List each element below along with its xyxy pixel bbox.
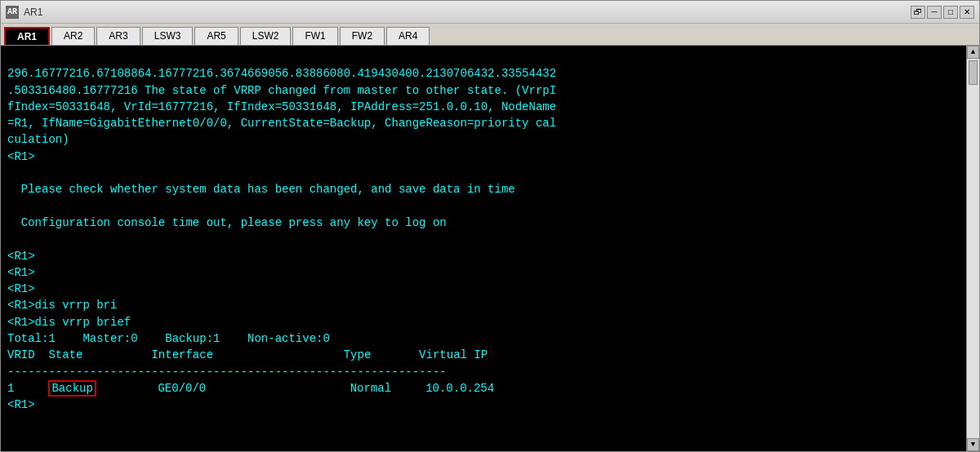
terminal-line-final: <R1> — [7, 398, 35, 411]
tab-ar3[interactable]: AR3 — [96, 27, 140, 45]
terminal-line-13: <R1>dis vrrp brief — [7, 316, 131, 329]
main-window: AR AR1 🗗 ─ □ ✕ AR1 AR2 AR3 LSW3 AR5 LSW2… — [0, 0, 980, 452]
terminal-divider: ----------------------------------------… — [7, 366, 447, 379]
scroll-track[interactable] — [967, 59, 979, 438]
window-controls: 🗗 ─ □ ✕ — [911, 6, 974, 19]
tab-lsw3[interactable]: LSW3 — [142, 27, 194, 45]
interface-label: Interface — [151, 348, 213, 361]
tab-bar: AR1 AR2 AR3 LSW3 AR5 LSW2 FW1 FW2 AR4 — [1, 24, 979, 46]
restore-button[interactable]: 🗗 — [911, 6, 925, 19]
maximize-button[interactable]: □ — [943, 6, 958, 19]
scroll-up-button[interactable]: ▲ — [967, 46, 979, 59]
tab-ar5[interactable]: AR5 — [194, 27, 238, 45]
terminal-line-1: 296.16777216.67108864.16777216.367466905… — [7, 67, 556, 80]
type-normal: Normal — [350, 382, 391, 395]
terminal-line-14: Total:1 Master:0 Backup:1 Non-active:0 — [7, 332, 330, 345]
terminal-wrapper: 296.16777216.67108864.16777216.367466905… — [1, 46, 979, 451]
title-bar-left: AR AR1 — [6, 6, 42, 19]
close-button[interactable]: ✕ — [960, 6, 974, 19]
scrollbar[interactable]: ▲ ▼ — [966, 46, 979, 451]
tab-ar1[interactable]: AR1 — [4, 27, 50, 45]
terminal-line-12: <R1>dis vrrp bri — [7, 299, 117, 312]
scroll-thumb[interactable] — [969, 60, 978, 85]
terminal-line-7: Please check whether system data has bee… — [7, 183, 515, 196]
terminal-line-4: =R1, IfName=GigabitEthernet0/0/0, Curren… — [7, 117, 556, 130]
terminal[interactable]: 296.16777216.67108864.16777216.367466905… — [1, 46, 966, 451]
title-bar: AR AR1 🗗 ─ □ ✕ — [1, 1, 979, 24]
tab-ar2[interactable]: AR2 — [51, 27, 95, 45]
window-icon: AR — [6, 6, 19, 19]
terminal-data-row: 1 Backup GE0/0/0 Normal 10.0.0.254 — [7, 380, 494, 397]
tab-fw2[interactable]: FW2 — [340, 27, 385, 45]
terminal-line-5: culation) — [7, 133, 69, 146]
tab-ar4[interactable]: AR4 — [386, 27, 430, 45]
terminal-line-9: <R1> — [7, 250, 35, 263]
minimize-button[interactable]: ─ — [927, 6, 942, 19]
scroll-down-button[interactable]: ▼ — [967, 438, 979, 451]
terminal-line-3: fIndex=50331648, VrId=16777216, IfIndex=… — [7, 100, 556, 113]
terminal-line-11: <R1> — [7, 282, 35, 295]
tab-lsw2[interactable]: LSW2 — [240, 27, 292, 45]
tab-fw1[interactable]: FW1 — [292, 27, 337, 45]
terminal-line-2: .503316480.16777216 The state of VRRP ch… — [7, 84, 556, 97]
window-title: AR1 — [24, 7, 42, 18]
terminal-line-vrid-header: VRID State Interface Type Virtual IP — [7, 348, 488, 361]
terminal-line-10: <R1> — [7, 266, 35, 279]
backup-badge: Backup — [48, 380, 96, 397]
state-label: State — [48, 348, 82, 361]
terminal-line-8: Configuration console time out, please p… — [7, 216, 447, 229]
terminal-line-6: <R1> — [7, 150, 35, 163]
